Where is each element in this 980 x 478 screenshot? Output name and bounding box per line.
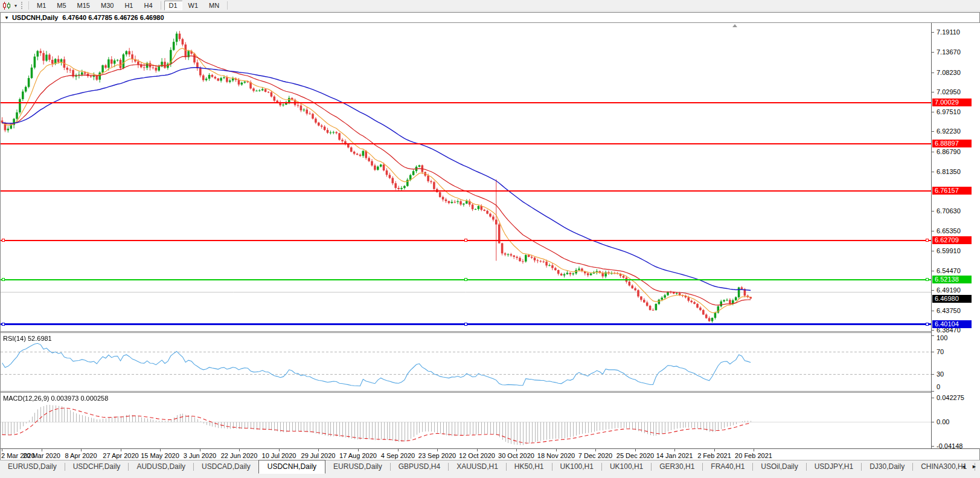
rsi-axis-label: 30 — [937, 370, 944, 378]
date-label: 10 Jul 2020 — [257, 452, 301, 459]
horizontal-line-6.88897[interactable] — [1, 143, 931, 144]
tab-fra40-h1[interactable]: FRA40,H1 — [703, 460, 752, 473]
line-handle-6.40104-2[interactable] — [926, 323, 929, 326]
tab-uk100-h1[interactable]: UK100,H1 — [552, 460, 601, 473]
date-label: 14 Jan 2021 — [652, 452, 697, 459]
macd-canvas[interactable] — [1, 393, 931, 448]
tab-gbpusd-h4[interactable]: GBPUSD,H4 — [391, 460, 448, 473]
line-handle-6.40104-1[interactable] — [464, 323, 467, 326]
line-handle-6.62709-2[interactable] — [926, 239, 929, 242]
tab-usdcnh-daily[interactable]: USDCNH,Daily — [258, 460, 325, 474]
timeframe-button-w1[interactable]: W1 — [184, 1, 203, 10]
tab-usdjpy-h1[interactable]: USDJPY,H1 — [807, 460, 861, 473]
timeframe-button-mn[interactable]: MN — [204, 1, 224, 10]
date-label: 20 Mar 2020 — [19, 452, 64, 459]
chevron-down-icon[interactable]: ▾ — [13, 3, 19, 8]
timeframe-button-m15[interactable]: M15 — [72, 1, 95, 10]
line-handle-6.62709-0[interactable] — [2, 239, 5, 242]
date-label: 27 Apr 2020 — [98, 452, 143, 459]
tab-uk100-h1[interactable]: UK100,H1 — [602, 460, 651, 473]
date-tick-mark — [279, 449, 280, 451]
timeframe-button-h1[interactable]: H1 — [120, 1, 138, 10]
tab-scroll-left-icon[interactable]: ◄ — [961, 463, 966, 470]
price-label-6.62709: 6.62709 — [932, 236, 972, 244]
price-axis[interactable]: 7.191107.136707.082307.029506.975106.922… — [931, 23, 980, 448]
macd-tick-mark — [932, 398, 934, 398]
expand-arrow-icon[interactable]: ▼ — [1, 15, 12, 21]
price-tick-mark — [932, 112, 934, 112]
tab-usdchf-daily[interactable]: USDCHF,Daily — [65, 460, 129, 473]
macd-name: MACD(12,26,9) — [3, 395, 49, 402]
date-tick-mark — [754, 449, 754, 451]
time-axis[interactable]: 2 Mar 202020 Mar 20208 Apr 202027 Apr 20… — [1, 448, 979, 460]
price-tick-mark — [932, 330, 934, 331]
date-label: 12 Oct 2020 — [455, 452, 499, 459]
toolbar-drag-handle[interactable] — [21, 2, 22, 9]
price-tick-mark — [932, 211, 934, 212]
date-label: 22 Jun 2020 — [217, 452, 261, 459]
price-tick-mark — [932, 251, 934, 251]
line-handle-6.52138-1[interactable] — [464, 278, 467, 281]
tab-audusd-daily[interactable]: AUDUSD,Daily — [129, 460, 193, 473]
date-tick-mark — [674, 449, 675, 451]
price-tick-mark — [932, 131, 934, 132]
date-tick-mark — [398, 449, 399, 451]
tab-usdcad-daily[interactable]: USDCAD,Daily — [194, 460, 258, 473]
timeframe-button-d1[interactable]: D1 — [164, 1, 182, 10]
date-label: 29 Jul 2020 — [296, 452, 341, 459]
timeframe-button-m5[interactable]: M5 — [52, 1, 71, 10]
price-label-7.00029: 7.00029 — [932, 99, 972, 106]
date-label: 8 Apr 2020 — [59, 452, 103, 459]
line-handle-6.52138-0[interactable] — [2, 278, 5, 281]
tab-eurusd-daily[interactable]: EURUSD,Daily — [325, 460, 390, 473]
date-label: 23 Sep 2020 — [415, 452, 460, 459]
date-label: 30 Oct 2020 — [494, 452, 539, 459]
tab-eurusd-daily[interactable]: EURUSD,Daily — [0, 460, 65, 473]
macd-tick-mark — [932, 422, 934, 422]
price-tick-mark — [932, 32, 934, 33]
price-tick-label: 6.65350 — [937, 227, 961, 234]
line-handle-6.52138-2[interactable] — [926, 278, 929, 281]
price-tick-label: 7.08230 — [937, 69, 961, 76]
price-tick-mark — [932, 311, 934, 311]
line-handle-6.40104-0[interactable] — [2, 323, 5, 326]
tab-ger30-h1[interactable]: GER30,H1 — [652, 460, 702, 473]
date-tick-mark — [42, 449, 42, 451]
date-label: 15 May 2020 — [138, 452, 182, 459]
date-tick-mark — [81, 449, 82, 451]
timeframe-button-m1[interactable]: M1 — [32, 1, 51, 10]
date-tick-mark — [635, 449, 636, 451]
horizontal-line-6.76157[interactable] — [1, 190, 931, 192]
chart-ohlc-values: 6.47640 6.47785 6.46726 6.46980 — [62, 14, 164, 21]
macd-axis-label: 0.042275 — [937, 394, 964, 401]
timeframe-button-m30[interactable]: M30 — [96, 1, 118, 10]
rsi-tick-mark — [932, 335, 934, 336]
line-handle-6.62709-1[interactable] — [464, 239, 467, 242]
date-label: 2 Feb 2021 — [692, 452, 737, 459]
date-label: 7 Dec 2020 — [573, 452, 618, 459]
main-chart-canvas[interactable] — [1, 24, 931, 331]
tab-hk50-h1[interactable]: HK50,H1 — [507, 460, 552, 473]
chart-shift-marker — [732, 24, 737, 27]
rsi-tick-mark — [932, 352, 934, 352]
chart-type-button[interactable] — [0, 1, 13, 10]
rsi-axis-label: 0 — [937, 383, 940, 390]
tab-scroll-right-icon[interactable]: ► — [972, 463, 977, 470]
candlestick-chart-icon — [2, 2, 11, 10]
rsi-indicator-label: RSI(14) 52.6981 — [3, 335, 52, 342]
price-label-6.88897: 6.88897 — [932, 140, 972, 147]
date-label: 20 Feb 2021 — [731, 452, 776, 459]
price-tick-label: 6.59910 — [937, 247, 961, 254]
rsi-canvas[interactable] — [1, 333, 931, 390]
price-label-6.52138: 6.52138 — [932, 276, 972, 283]
date-tick-mark — [477, 449, 478, 451]
date-tick-mark — [160, 449, 161, 451]
price-tick-mark — [932, 271, 934, 271]
tab-xauusd-h1[interactable]: XAUUSD,H1 — [449, 460, 506, 473]
price-tick-label: 7.13670 — [937, 48, 961, 56]
price-tick-label: 6.54470 — [937, 267, 961, 274]
tab-dj30-daily[interactable]: DJ30,Daily — [862, 460, 912, 473]
horizontal-line-7.00029[interactable] — [1, 102, 931, 103]
timeframe-button-h4[interactable]: H4 — [139, 1, 157, 10]
tab-usoil-daily[interactable]: USOil,Daily — [753, 460, 805, 473]
